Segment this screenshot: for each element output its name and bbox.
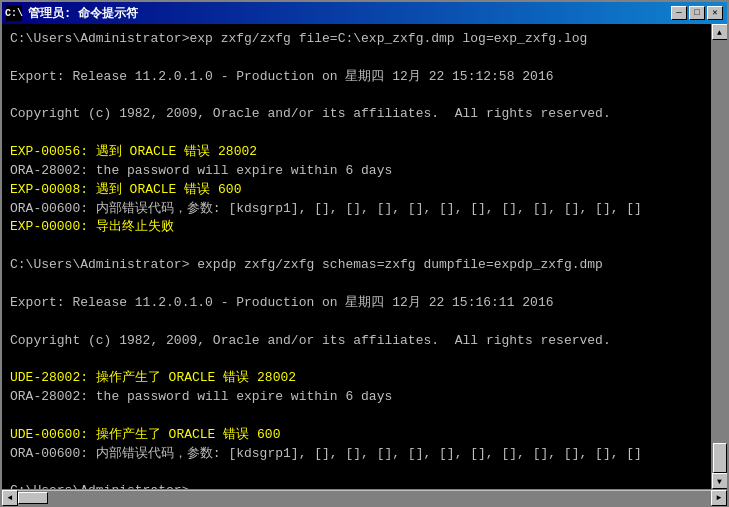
close-button[interactable]: ✕ [707,6,723,20]
terminal-line: ORA-00600: 内部错误代码，参数: [kdsgrp1], [], [],… [10,200,703,219]
content-area: C:\Users\Administrator>exp zxfg/zxfg fil… [2,24,727,489]
terminal-line: C:\Users\Administrator>_ [10,482,703,489]
maximize-button[interactable]: □ [689,6,705,20]
terminal-line [10,275,703,294]
scroll-down-button[interactable]: ▼ [712,473,728,489]
terminal-line: Export: Release 11.2.0.1.0 - Production … [10,68,703,87]
vertical-scrollbar[interactable]: ▲ ▼ [711,24,727,489]
title-bar: C:\ 管理员: 命令提示符 ─ □ ✕ [2,2,727,24]
terminal-line: C:\Users\Administrator> expdp zxfg/zxfg … [10,256,703,275]
cmd-icon: C:\ [6,5,22,21]
scroll-thumb-vertical[interactable] [713,443,727,473]
terminal-line: C:\Users\Administrator>exp zxfg/zxfg fil… [10,30,703,49]
scroll-track-vertical[interactable] [712,40,727,473]
terminal-line: ORA-28002: the password will expire with… [10,388,703,407]
terminal-line: UDE-28002: 操作产生了 ORACLE 错误 28002 [10,369,703,388]
terminal-line [10,313,703,332]
terminal-line [10,87,703,106]
terminal-line: Export: Release 11.2.0.1.0 - Production … [10,294,703,313]
terminal-line [10,407,703,426]
scroll-up-button[interactable]: ▲ [712,24,728,40]
scroll-right-button[interactable]: ► [711,490,727,506]
terminal-line [10,124,703,143]
terminal-line [10,463,703,482]
horizontal-scrollbar[interactable]: ◄ ► [2,489,727,505]
terminal-output[interactable]: C:\Users\Administrator>exp zxfg/zxfg fil… [2,24,711,489]
terminal-line: Copyright (c) 1982, 2009, Oracle and/or … [10,105,703,124]
terminal-line [10,350,703,369]
terminal-line: ORA-28002: the password will expire with… [10,162,703,181]
window: C:\ 管理员: 命令提示符 ─ □ ✕ C:\Users\Administra… [0,0,729,507]
terminal-line: EXP-00008: 遇到 ORACLE 错误 600 [10,181,703,200]
window-title: 管理员: 命令提示符 [28,5,138,22]
title-bar-left: C:\ 管理员: 命令提示符 [6,5,138,22]
terminal-line [10,49,703,68]
terminal-line: UDE-00600: 操作产生了 ORACLE 错误 600 [10,426,703,445]
terminal-line: ORA-00600: 内部错误代码，参数: [kdsgrp1], [], [],… [10,445,703,464]
terminal-line [10,237,703,256]
window-controls: ─ □ ✕ [671,6,723,20]
terminal-line: EXP-00000: 导出终止失败 [10,218,703,237]
terminal-line: EXP-00056: 遇到 ORACLE 错误 28002 [10,143,703,162]
terminal-line: Copyright (c) 1982, 2009, Oracle and/or … [10,332,703,351]
minimize-button[interactable]: ─ [671,6,687,20]
scroll-track-horizontal[interactable] [18,491,711,505]
scroll-left-button[interactable]: ◄ [2,490,18,506]
scroll-thumb-horizontal[interactable] [18,492,48,504]
